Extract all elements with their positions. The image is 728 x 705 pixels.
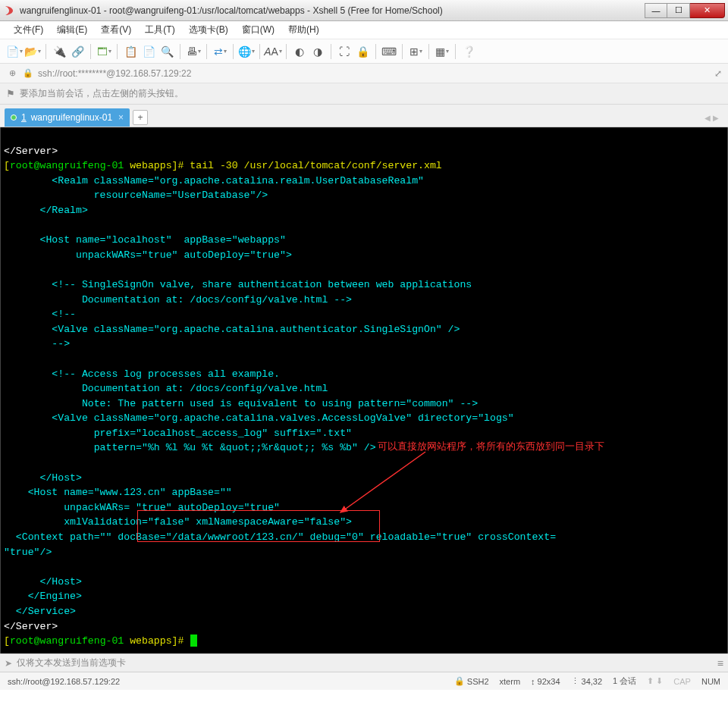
title-bar: wangruifenglinux-01 - root@wangruifeng-0… <box>0 0 728 21</box>
help-icon[interactable]: ❔ <box>460 43 477 60</box>
find-icon[interactable]: 🔍 <box>158 43 175 60</box>
properties-icon[interactable]: 🗔▾ <box>96 43 112 60</box>
new-tab-button[interactable]: + <box>133 110 148 125</box>
app-icon <box>3 5 15 17</box>
new-session-icon[interactable]: 📄▾ <box>6 43 23 60</box>
disconnect-icon[interactable]: 🔗 <box>69 43 86 60</box>
menu-file[interactable]: 文件(F) <box>9 22 48 38</box>
expand-icon[interactable]: ⤢ <box>714 68 722 79</box>
tab-strip: 1 wangruifenglinux-01 × + ◀ ▶ <box>0 105 728 127</box>
copy-icon[interactable]: 📋 <box>122 43 139 60</box>
print-icon[interactable]: 🖶▾ <box>185 43 202 60</box>
annotation-arrow <box>334 446 441 522</box>
svg-line-0 <box>340 452 425 512</box>
minimize-button[interactable]: — <box>645 3 667 18</box>
toolbar: 📄▾ 📂▾ 🔌 🔗 🗔▾ 📋 📄 🔍 🖶▾ ⇄▾ 🌐▾ AA▾ ◐ ◑ ⛶ 🔒 … <box>0 39 728 64</box>
status-connection: ssh://root@192.168.57.129:22 <box>8 677 444 686</box>
send-text[interactable]: 仅将文本发送到当前选项卡 <box>17 656 713 669</box>
status-lock-icon: 🔒 <box>454 676 465 686</box>
open-folder-icon[interactable]: 📂▾ <box>24 43 41 60</box>
lock-icon: 🔒 <box>23 68 33 78</box>
menu-view[interactable]: 查看(V) <box>96 22 136 38</box>
status-sessions: 1 会话 <box>613 675 636 687</box>
transfer-icon[interactable]: ⇄▾ <box>212 43 228 60</box>
tab-number: 1 <box>21 112 27 123</box>
status-size: 92x34 <box>538 677 560 686</box>
view-mode-icon[interactable]: ▦▾ <box>434 43 450 60</box>
tab-nav-arrows[interactable]: ◀ ▶ <box>704 114 719 122</box>
tab-label: wangruifenglinux-01 <box>31 112 112 123</box>
session-tab[interactable]: 1 wangruifenglinux-01 × <box>5 108 130 127</box>
up-down-icon[interactable]: ⬆ ⬇ <box>647 676 663 686</box>
status-terminal-type: xterm <box>500 677 521 686</box>
fullscreen-icon[interactable]: ⛶ <box>336 43 353 60</box>
menu-window[interactable]: 窗口(W) <box>237 22 279 38</box>
status-pos: 34,32 <box>582 677 603 686</box>
address-bar: ⊕ 🔒 ssh://root:********@192.168.57.129:2… <box>0 64 728 83</box>
color-scheme-icon[interactable]: ◐ <box>291 43 308 60</box>
info-bar: ⚑ 要添加当前会话，点击左侧的箭头按钮。 <box>0 83 728 105</box>
lock-icon[interactable]: 🔒 <box>354 43 371 60</box>
menu-tools[interactable]: 工具(T) <box>140 22 179 38</box>
send-icon[interactable]: ➤ <box>5 658 12 669</box>
size-icon: ↕ <box>531 677 535 686</box>
menu-bar: 文件(F) 编辑(E) 查看(V) 工具(T) 选项卡(B) 窗口(W) 帮助(… <box>0 21 728 39</box>
terminal[interactable]: </Server> [root@wangruifeng-01 webapps]#… <box>0 127 728 653</box>
highlight-icon[interactable]: ◑ <box>309 43 326 60</box>
status-dot-icon <box>11 114 17 121</box>
status-cap: CAP <box>673 677 691 686</box>
status-num: NUM <box>701 677 720 686</box>
menu-edit[interactable]: 编辑(E) <box>52 22 92 38</box>
pos-icon: ⋮ <box>571 676 579 686</box>
annotation-text: 可以直接放网站程序，将所有的东西放到同一目录下 <box>378 439 604 454</box>
cursor <box>190 634 197 647</box>
flag-icon[interactable]: ⚑ <box>6 88 15 99</box>
address-text[interactable]: ssh://root:********@192.168.57.129:22 <box>38 68 710 79</box>
layout-add-icon[interactable]: ⊞▾ <box>407 43 424 60</box>
send-menu-icon[interactable]: ≡ <box>717 657 723 669</box>
paste-icon[interactable]: 📄 <box>140 43 157 60</box>
tab-close-icon[interactable]: × <box>118 112 124 123</box>
status-bar: ssh://root@192.168.57.129:22 🔒SSH2 xterm… <box>0 672 728 690</box>
addr-add-icon[interactable]: ⊕ <box>6 67 18 80</box>
font-icon[interactable]: AA▾ <box>265 43 281 60</box>
keyboard-icon[interactable]: ⌨ <box>381 43 397 60</box>
info-text: 要添加当前会话，点击左侧的箭头按钮。 <box>20 87 184 100</box>
send-bar: ➤ 仅将文本发送到当前选项卡 ≡ <box>0 653 728 672</box>
maximize-button[interactable]: ☐ <box>667 3 690 18</box>
globe-icon[interactable]: 🌐▾ <box>238 43 255 60</box>
reconnect-icon[interactable]: 🔌 <box>51 43 67 60</box>
status-ssh: SSH2 <box>467 677 489 686</box>
window-title: wangruifenglinux-01 - root@wangruifeng-0… <box>20 5 645 16</box>
close-button[interactable]: ✕ <box>690 3 725 18</box>
menu-help[interactable]: 帮助(H) <box>284 22 324 38</box>
menu-tabs[interactable]: 选项卡(B) <box>184 22 233 38</box>
